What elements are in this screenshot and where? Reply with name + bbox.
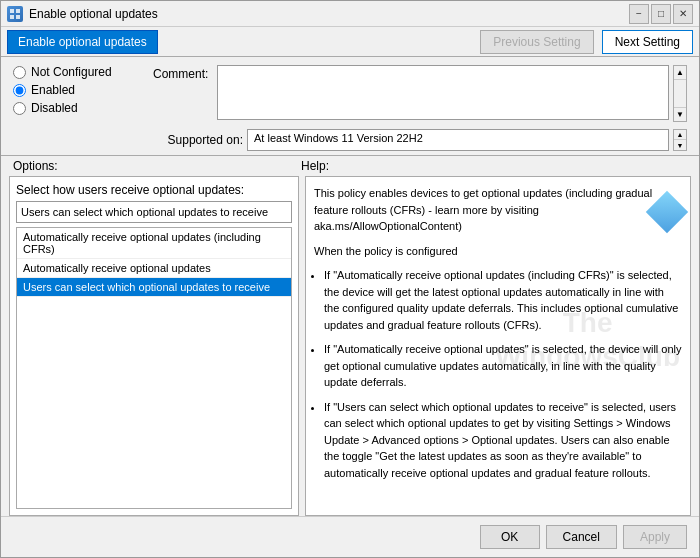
- help-bullet-1: If "Automatically receive optional updat…: [324, 267, 682, 333]
- main-window: Enable optional updates − □ ✕ Enable opt…: [0, 0, 700, 558]
- svg-rect-0: [10, 9, 14, 13]
- right-column: Comment: ▲ ▼ Supported on: At least Wind…: [153, 65, 687, 151]
- svg-rect-3: [16, 15, 20, 19]
- svg-rect-2: [10, 15, 14, 19]
- list-item-2[interactable]: Users can select which optional updates …: [17, 278, 291, 297]
- radio-disabled-label: Disabled: [31, 101, 78, 115]
- radio-not-configured[interactable]: Not Configured: [13, 65, 153, 79]
- next-setting-button[interactable]: Next Setting: [602, 30, 693, 54]
- close-button[interactable]: ✕: [673, 4, 693, 24]
- supported-value: At least Windows 11 Version 22H2: [247, 129, 669, 151]
- radio-enabled[interactable]: Enabled: [13, 83, 153, 97]
- help-list: If "Automatically receive optional updat…: [324, 267, 682, 481]
- radio-disabled-input[interactable]: [13, 102, 26, 115]
- cancel-button[interactable]: Cancel: [546, 525, 617, 549]
- window-title: Enable optional updates: [29, 7, 158, 21]
- maximize-button[interactable]: □: [651, 4, 671, 24]
- ok-button[interactable]: OK: [480, 525, 540, 549]
- radio-not-configured-input[interactable]: [13, 66, 26, 79]
- options-dropdown[interactable]: Users can select which optional updates …: [16, 201, 292, 223]
- minimize-button[interactable]: −: [629, 4, 649, 24]
- radio-enabled-input[interactable]: [13, 84, 26, 97]
- options-list: Automatically receive optional updates (…: [16, 227, 292, 509]
- comment-label: Comment:: [153, 65, 213, 81]
- help-paragraph-1: This policy enables devices to get optio…: [314, 185, 682, 235]
- supported-row: Supported on: At least Windows 11 Versio…: [153, 129, 687, 151]
- help-bullet-3: If "Users can select which optional upda…: [324, 399, 682, 482]
- tab-enable-optional-updates[interactable]: Enable optional updates: [7, 30, 158, 54]
- list-item-1[interactable]: Automatically receive optional updates: [17, 259, 291, 278]
- help-content: This policy enables devices to get optio…: [306, 177, 690, 515]
- supported-value-wrapper: At least Windows 11 Version 22H2: [247, 129, 669, 151]
- previous-setting-button[interactable]: Previous Setting: [480, 30, 593, 54]
- help-section-label: Help:: [301, 159, 329, 173]
- tab-bar: Enable optional updates Previous Setting…: [1, 27, 699, 57]
- comment-row: Comment: ▲ ▼: [153, 65, 687, 123]
- radio-not-configured-label: Not Configured: [31, 65, 112, 79]
- comment-textarea[interactable]: [217, 65, 669, 120]
- help-bullet-2: If "Automatically receive optional updat…: [324, 341, 682, 391]
- comment-scrollbar-up[interactable]: ▲: [674, 66, 686, 80]
- dropdown-label: Select how users receive optional update…: [10, 177, 298, 201]
- window-icon: [7, 6, 23, 22]
- title-bar-controls: − □ ✕: [629, 4, 693, 24]
- footer: OK Cancel Apply: [1, 516, 699, 557]
- title-bar-left: Enable optional updates: [7, 6, 158, 22]
- radio-column: Not Configured Enabled Disabled: [13, 65, 153, 151]
- supported-label: Supported on:: [153, 133, 243, 147]
- left-panel: Select how users receive optional update…: [9, 176, 299, 516]
- apply-button[interactable]: Apply: [623, 525, 687, 549]
- radio-disabled[interactable]: Disabled: [13, 101, 153, 115]
- help-paragraph-2: When the policy is configured: [314, 243, 682, 260]
- right-panel: This policy enables devices to get optio…: [305, 176, 691, 516]
- comment-textarea-wrapper: [217, 65, 669, 123]
- section-labels-row: Options: Help:: [1, 155, 699, 176]
- supported-scrollbar-down[interactable]: ▼: [674, 140, 686, 150]
- radio-enabled-label: Enabled: [31, 83, 75, 97]
- svg-rect-1: [16, 9, 20, 13]
- comment-scrollbar-down[interactable]: ▼: [674, 107, 686, 121]
- main-panels: Select how users receive optional update…: [9, 176, 691, 516]
- options-section-label: Options:: [13, 159, 293, 173]
- dropdown-wrapper: Users can select which optional updates …: [16, 201, 292, 223]
- title-bar: Enable optional updates − □ ✕: [1, 1, 699, 27]
- supported-scrollbar-up[interactable]: ▲: [674, 130, 686, 140]
- top-section: Not Configured Enabled Disabled Comment:…: [1, 57, 699, 155]
- nav-buttons: Previous Setting Next Setting: [480, 30, 693, 54]
- list-item-0[interactable]: Automatically receive optional updates (…: [17, 228, 291, 259]
